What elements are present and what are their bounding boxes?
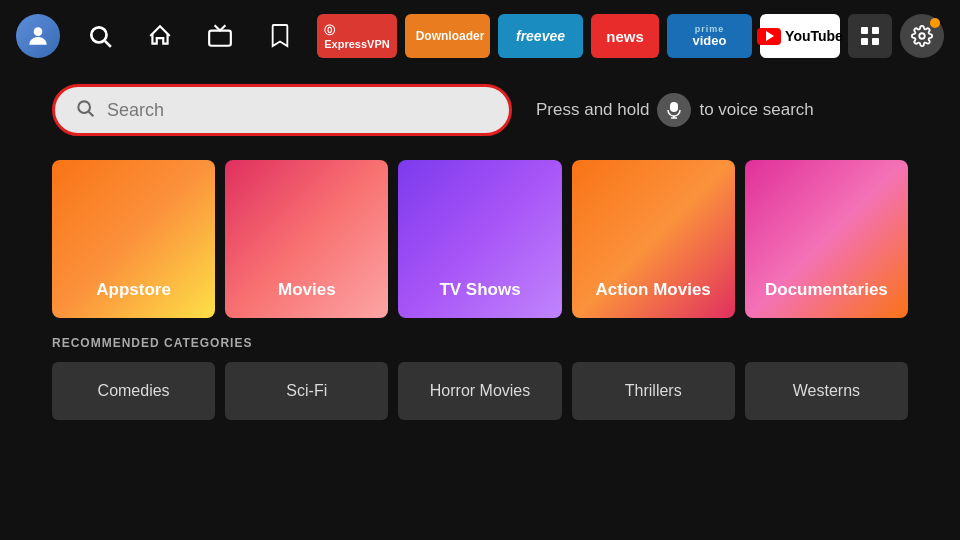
recommended-grid: Comedies Sci-Fi Horror Movies Thrillers … [52,362,908,420]
live-tv-icon[interactable] [200,16,240,56]
search-row: Search Press and hold to voice search [0,76,960,144]
category-tvshows[interactable]: TV Shows [398,160,561,318]
search-box[interactable]: Search [52,84,512,136]
recommended-section: RECOMMENDED CATEGORIES Comedies Sci-Fi H… [0,318,960,420]
rec-westerns-label: Westerns [793,382,860,400]
grid-icon[interactable] [848,14,892,58]
microphone-icon[interactable] [657,93,691,127]
top-navigation: ⓪ ExpressVPN Downloader freevee news pri… [0,0,960,72]
rec-comedies[interactable]: Comedies [52,362,215,420]
svg-rect-3 [209,31,231,46]
prime-video-badge[interactable]: prime video [667,14,752,58]
svg-rect-4 [861,27,868,34]
rec-horror-label: Horror Movies [430,382,530,400]
svg-rect-7 [872,38,879,45]
svg-line-2 [105,41,111,47]
rec-thrillers-label: Thrillers [625,382,682,400]
voice-hint-prefix: Press and hold [536,100,649,120]
category-documentaries[interactable]: Documentaries [745,160,908,318]
svg-rect-5 [872,27,879,34]
nav-left-icons [16,14,300,58]
user-avatar[interactable] [16,14,60,58]
rec-westerns[interactable]: Westerns [745,362,908,420]
category-movies-label: Movies [278,280,336,300]
svg-point-8 [919,33,925,39]
freevee-badge[interactable]: freevee [498,14,583,58]
nav-apps-bar: ⓪ ExpressVPN Downloader freevee news pri… [317,14,944,58]
youtube-badge[interactable]: YouTube [760,14,840,58]
category-movies[interactable]: Movies [225,160,388,318]
category-action-movies[interactable]: Action Movies [572,160,735,318]
search-box-icon [75,98,95,123]
category-appstore[interactable]: Appstore [52,160,215,318]
svg-line-10 [89,111,94,116]
bookmark-icon[interactable] [260,16,300,56]
category-tvshows-label: TV Shows [439,280,520,300]
search-nav-icon[interactable] [80,16,120,56]
category-action-label: Action Movies [596,280,711,300]
voice-hint-suffix: to voice search [699,100,813,120]
svg-rect-11 [670,102,678,112]
rec-thrillers[interactable]: Thrillers [572,362,735,420]
search-placeholder-text: Search [107,100,164,121]
svg-point-0 [34,27,43,36]
svg-rect-6 [861,38,868,45]
svg-point-1 [91,27,106,42]
settings-notification-dot [930,18,940,28]
category-appstore-label: Appstore [96,280,171,300]
downloader-badge[interactable]: Downloader [405,14,490,58]
home-icon[interactable] [140,16,180,56]
rec-horror-movies[interactable]: Horror Movies [398,362,561,420]
settings-icon[interactable] [900,14,944,58]
news-badge[interactable]: news [591,14,659,58]
rec-scifi-label: Sci-Fi [286,382,327,400]
rec-comedies-label: Comedies [98,382,170,400]
voice-search-hint: Press and hold to voice search [536,93,814,127]
recommended-title: RECOMMENDED CATEGORIES [52,336,908,350]
expressvpn-badge[interactable]: ⓪ ExpressVPN [317,14,397,58]
rec-scifi[interactable]: Sci-Fi [225,362,388,420]
category-documentaries-label: Documentaries [765,280,888,300]
svg-point-9 [78,101,90,113]
category-grid: Appstore Movies TV Shows Action Movies D… [0,144,960,318]
